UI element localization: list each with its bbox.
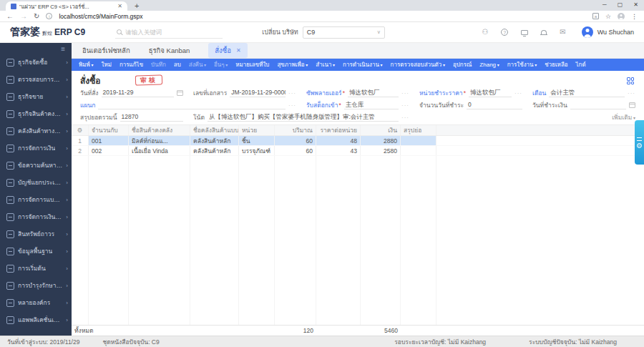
toolbar-delete-button[interactable]: ลบ	[174, 60, 181, 69]
address-bar[interactable]: localhost/cmc9/MainForm.gspx	[59, 13, 586, 20]
translate-icon[interactable]: a	[592, 13, 599, 19]
col-header-summary: สรุปย่อ	[401, 125, 436, 135]
sidebar-item-base-data[interactable]: ข้อมูลพื้นฐาน›	[0, 243, 72, 260]
site-info-icon[interactable]: i	[46, 13, 52, 19]
toolbar-copy-button[interactable]: สำเนา	[316, 60, 335, 69]
sidebar-item-finance[interactable]: การจัดการเงิน›	[0, 140, 72, 157]
content-tab-bar: อินเตอร์เฟซหลัก ธุรกิจ Kanban สั่งซื้อ ✕	[72, 43, 644, 59]
lookup-icon[interactable]: ···	[401, 102, 409, 109]
supplier-input[interactable]: 博达软包厂	[348, 89, 399, 97]
asset-icon	[6, 230, 14, 238]
field-pay-days: จำนวนวันที่ชำระ 0	[419, 100, 522, 110]
pay-date-input[interactable]	[570, 101, 626, 109]
toolbar-guide-button[interactable]: ไกด์	[576, 60, 586, 69]
toolbar-operations-button[interactable]: การดำเนินงาน	[343, 60, 383, 69]
window-close-icon[interactable]: ✕	[633, 1, 638, 8]
status-bar: วันที่เข้าสู่ระบบ: 2019/11/29 ชุดหนังสือ…	[0, 336, 644, 347]
org-icon[interactable]: ⚇	[482, 29, 488, 36]
toolbar-other-button[interactable]: อื่นๆ	[214, 60, 228, 69]
user-menu[interactable]: Wu Shuchan	[582, 26, 634, 38]
search-input[interactable]	[125, 29, 221, 36]
sidebar-item-multi-org[interactable]: หลายองค์กร›	[0, 294, 72, 311]
browser-tab[interactable]: "แผ่วน" ERP C9 <S> เวอร์ชั่... ✕	[6, 1, 127, 11]
bookmark-star-icon[interactable]: ☆	[605, 11, 611, 21]
sidebar-item-initialization[interactable]: การเริ่มต้น›	[0, 260, 72, 277]
reload-icon[interactable]: ↻	[34, 11, 39, 21]
sidebar-item-sales[interactable]: ธุรกิจขาย›	[0, 88, 72, 105]
toolbar-return-button[interactable]: ส่งคืน	[189, 60, 206, 69]
department-input[interactable]	[98, 101, 286, 109]
field-notify: เตือน 会计主管 ···	[532, 88, 635, 98]
tab-main-interface[interactable]: อินเตอร์เฟซหลัก	[82, 45, 130, 56]
window-minimize-icon[interactable]: ─	[602, 1, 607, 8]
app-header: 管家婆 辉煌 ERP C9 เปลี่ยน บริษัท C9 ∨ ⚇ ? ✉ …	[0, 22, 644, 43]
order-date-input[interactable]: 2019-11-29	[102, 89, 174, 97]
mail-icon[interactable]: ✉	[560, 29, 565, 36]
toolbar-save-button[interactable]: บันทึก	[151, 60, 166, 69]
browser-menu-icon[interactable]: ⋮	[631, 11, 638, 21]
window-maximize-icon[interactable]: ▢	[618, 1, 623, 8]
note-input[interactable]: 从【博达软包厂】购买【管家婆手机随身版管理】审:会计主管	[208, 113, 399, 122]
side-panel-handle[interactable]	[635, 120, 644, 165]
new-tab-button[interactable]: +	[135, 1, 139, 11]
lookup-icon[interactable]: ···	[401, 90, 409, 97]
lookup-icon[interactable]: ···	[514, 90, 522, 97]
warehouse-in-input[interactable]: 主仓库	[344, 101, 399, 109]
calendar-icon[interactable]	[177, 90, 183, 96]
sidebar-item-app-center[interactable]: แอพพลิเคชั่นเซ็นเตอร์›	[0, 311, 72, 328]
lookup-icon[interactable]: ···	[288, 102, 296, 109]
gear-icon[interactable]: ⚙	[72, 125, 89, 135]
help-icon[interactable]: ?	[501, 29, 508, 36]
lookup-icon[interactable]: ···	[288, 90, 296, 97]
sidebar-item-inventory[interactable]: ธุรกิจสินค้าคงคลัง›	[0, 105, 72, 122]
app-center-icon	[6, 316, 14, 324]
toolbar-doc-number-button[interactable]: หมายเลขที่ใบ	[235, 60, 269, 69]
browser-profile-icon[interactable]	[618, 13, 625, 20]
sidebar-item-logistics[interactable]: คลังสินค้าทางการค้า›	[0, 122, 72, 140]
table-row[interactable]: 1 001 มิลค์ที่ก่อนแ... คลังสินค้าหลัก ชิ…	[72, 136, 644, 146]
toolbar-status-button[interactable]: สุขภาพเพื่อ	[277, 60, 308, 69]
sidebar-item-queries[interactable]: ข้อความค้นหาอื่น ๆ›	[0, 157, 72, 174]
tab-business-kanban[interactable]: ธุรกิจ Kanban	[149, 45, 190, 56]
tab-close-icon[interactable]: ✕	[117, 3, 122, 9]
more-fields-link[interactable]: เพิ่มเติม	[612, 112, 635, 122]
global-search[interactable]	[115, 26, 223, 39]
company-select[interactable]: C9 ∨	[303, 26, 385, 39]
toolbar-zhang-button[interactable]: Zhang	[479, 62, 499, 68]
sidebar-item-system-maintenance[interactable]: การบำรุงรักษาระบบ›	[0, 277, 72, 294]
company-switch-label: เปลี่ยน บริษัท	[262, 27, 298, 37]
sidebar-item-purchase[interactable]: ธุรกิจจัดซื้อ›	[0, 54, 72, 71]
toolbar-print-button[interactable]: พิมพ์	[79, 60, 94, 69]
monitor-icon[interactable]	[521, 30, 528, 35]
calendar-icon[interactable]	[629, 102, 635, 108]
sidebar-item-general-ledger[interactable]: บัญชีแยกประเภททั่วไป›	[0, 174, 72, 191]
toolbar-equipment-button[interactable]: อุปกรณ์	[453, 60, 472, 69]
sidebar-item-order-check[interactable]: ตรวจสอบการสั่งซื้อ›	[0, 71, 72, 88]
forward-icon[interactable]: →	[20, 11, 27, 21]
toolbar-new-button[interactable]: ใหม่	[102, 60, 112, 69]
sidebar-item-payroll[interactable]: การจัดการเงินเดือน›	[0, 208, 72, 225]
balance-input[interactable]: 12870	[120, 113, 183, 122]
pay-days-input[interactable]: 0	[467, 101, 522, 109]
lookup-icon[interactable]: ···	[401, 114, 409, 121]
sidebar-collapse-icon[interactable]: ≡	[0, 43, 72, 54]
chevron-down-icon: ∨	[377, 29, 381, 35]
bell-icon[interactable]	[541, 30, 547, 35]
close-icon[interactable]: ✕	[236, 47, 241, 54]
doc-no-input[interactable]: JM-2019-11-29-00004	[230, 89, 286, 97]
chevron-right-icon: ›	[66, 283, 68, 289]
grid-view-icon[interactable]	[627, 77, 634, 84]
sidebar-item-batch-serial[interactable]: การจัดการแบตช์ซีเรียล›	[0, 191, 72, 208]
sidebar-item-fixed-assets[interactable]: สินทรัพย์ถาวร›	[0, 225, 72, 243]
notify-input[interactable]: 会计主管	[549, 89, 625, 97]
pay-unit-input[interactable]: 博达软包厂	[469, 89, 512, 97]
toolbar-audit-button[interactable]: การตรวจสอบส่วนตัว	[391, 60, 445, 69]
lookup-icon[interactable]: ···	[628, 90, 635, 97]
toolbar-edit-button[interactable]: การแก้ไข	[119, 60, 143, 69]
toolbar-help-button[interactable]: ช่วยเหลือ	[545, 60, 567, 69]
chevron-right-icon: ›	[66, 59, 68, 66]
back-icon[interactable]: ←	[6, 11, 14, 21]
tab-purchase-order[interactable]: สั่งซื้อ ✕	[208, 43, 247, 58]
table-row[interactable]: 2 002 เนื้อเยื่อ Vinda คลังสินค้าหลัก บร…	[72, 146, 644, 156]
toolbar-usage-button[interactable]: การใช้งาน	[507, 60, 537, 69]
